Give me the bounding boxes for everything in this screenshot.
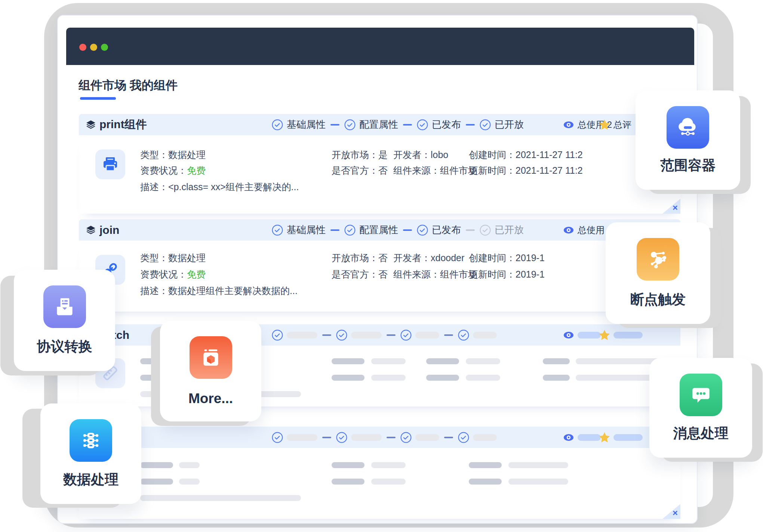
step-label: 基础属性: [287, 118, 326, 131]
step-label: 已开放: [495, 118, 524, 131]
check-circle-icon: [272, 225, 283, 236]
step-label: 已发布: [432, 223, 461, 236]
field-value: 数据处理: [168, 253, 206, 263]
status-steps-skeleton: [272, 324, 497, 346]
rating-skeleton: [599, 324, 643, 346]
step-connector: [444, 334, 453, 336]
skeleton-bar: [469, 462, 502, 468]
field-label: 是否官方：: [332, 269, 378, 279]
skeleton-bar: [371, 358, 406, 364]
star-icon: [599, 120, 610, 130]
skeleton-pill: [287, 434, 317, 441]
check-circle-icon: [336, 330, 347, 341]
component-row-header[interactable]: print组件 基础属性 配置属性 已发布 已开放 总使用 2 总评: [79, 114, 680, 135]
skeleton-bar: [469, 479, 502, 485]
page: 组件市场 我的组件 print组件 基础属性 配置属性 已发布 已开放: [0, 0, 763, 532]
layers-icon: [86, 120, 96, 130]
floating-card-label: 协议转换: [14, 337, 115, 356]
step-connector: [466, 124, 475, 126]
star-icon: [599, 330, 610, 340]
field-value-free: 免费: [187, 269, 206, 279]
layers-icon: [86, 225, 96, 235]
floating-card-message-processing[interactable]: 消息处理: [649, 358, 752, 458]
component-row-header[interactable]: join 基础属性 配置属性 已发布 已开放 总使用 6: [79, 219, 680, 241]
collapse-corner-button[interactable]: ×: [662, 504, 680, 519]
skeleton-bar: [179, 479, 200, 485]
skeleton-bar: [543, 375, 570, 381]
status-steps: 基础属性 配置属性 已发布 已开放: [272, 114, 524, 135]
usage-counter: 总使用 6: [563, 219, 612, 241]
inbox-document-icon: [43, 285, 86, 328]
skeleton-bar: [371, 375, 406, 381]
step-connector: [387, 334, 396, 336]
field-value-free: 免费: [187, 165, 206, 176]
skeleton-bar: [371, 462, 406, 468]
check-circle-icon: [458, 330, 469, 341]
floating-card-more[interactable]: More...: [160, 321, 261, 421]
skeleton-bar: [332, 479, 364, 485]
field-value: 否: [378, 165, 388, 176]
skeleton-pill: [578, 332, 601, 338]
skeleton-pill: [613, 434, 643, 441]
rating-skeleton: [599, 427, 643, 448]
skeleton-bar: [332, 462, 364, 468]
floating-card-data-processing[interactable]: 数据处理: [40, 403, 141, 504]
close-window-dot[interactable]: [79, 44, 86, 51]
close-icon: ×: [673, 202, 678, 213]
floating-card-breakpoint-trigger[interactable]: 断点触发: [606, 222, 710, 324]
skeleton-pill: [473, 434, 497, 441]
rating: 总评: [599, 114, 631, 135]
step-label: 已开放: [495, 223, 524, 236]
field-value: 否: [378, 269, 388, 279]
component-row-header[interactable]: [79, 427, 680, 448]
step-label: 基础属性: [287, 223, 326, 236]
floating-card-label: 数据处理: [40, 470, 141, 489]
skeleton-bar: [426, 358, 459, 364]
collapse-corner-button[interactable]: ×: [662, 199, 680, 214]
check-circle-icon: [417, 225, 428, 236]
skeleton-bar: [466, 375, 500, 381]
skeleton-bar: [371, 479, 406, 485]
eye-icon: [563, 226, 574, 234]
field-label: 开放市场：: [332, 253, 378, 263]
field-label: 描述：: [140, 285, 168, 296]
molecule-icon: [637, 238, 679, 281]
component-row-body: ×: [79, 448, 680, 519]
check-circle-icon: [336, 432, 347, 443]
printer-icon: [101, 155, 119, 173]
browser-window: 组件市场 我的组件 print组件 基础属性 配置属性 已发布 已开放: [57, 15, 698, 524]
component-row-body: 类型：数据处理 资费状况：免费 描述：<p.class= xx>组件主要解决的.…: [79, 135, 680, 214]
minimize-window-dot[interactable]: [90, 44, 97, 51]
field-label: 开发者：: [393, 149, 431, 160]
field-value: 2021-11-27 11:2: [516, 149, 583, 160]
field-label: 更新时间：: [469, 269, 516, 279]
tab-component-market[interactable]: 组件市场: [79, 77, 126, 94]
skeleton-bar: [332, 375, 364, 381]
close-icon: ×: [673, 508, 678, 518]
field-value: 是: [378, 149, 388, 160]
skeleton-pill: [473, 332, 497, 338]
check-circle-icon: [344, 225, 356, 236]
maximize-window-dot[interactable]: [101, 44, 108, 51]
floating-card-range-container[interactable]: 范围容器: [636, 90, 740, 190]
component-name: join: [99, 224, 119, 236]
step-connector: [330, 229, 339, 231]
field-label: 描述：: [140, 182, 168, 192]
field-value: lobo: [431, 149, 448, 160]
rating-label: 总评: [613, 119, 631, 131]
skeleton-bar: [332, 358, 364, 364]
tab-my-components[interactable]: 我的组件: [130, 77, 178, 94]
active-tab-underline: [80, 97, 116, 100]
floating-card-protocol-conversion[interactable]: 协议转换: [14, 270, 115, 371]
field-value: 2019-1: [516, 269, 545, 279]
check-circle-icon: [458, 432, 469, 443]
skeleton-bar: [140, 479, 173, 485]
eye-icon: [563, 331, 574, 339]
field-value: 数据处理: [168, 149, 206, 160]
floating-card-label: 断点触发: [606, 290, 710, 309]
field-value: 否: [378, 253, 388, 263]
step-connector: [322, 437, 331, 438]
cloud-server-icon: [667, 106, 709, 149]
browser-cube-icon: [190, 336, 232, 379]
step-label: 已发布: [432, 118, 461, 131]
